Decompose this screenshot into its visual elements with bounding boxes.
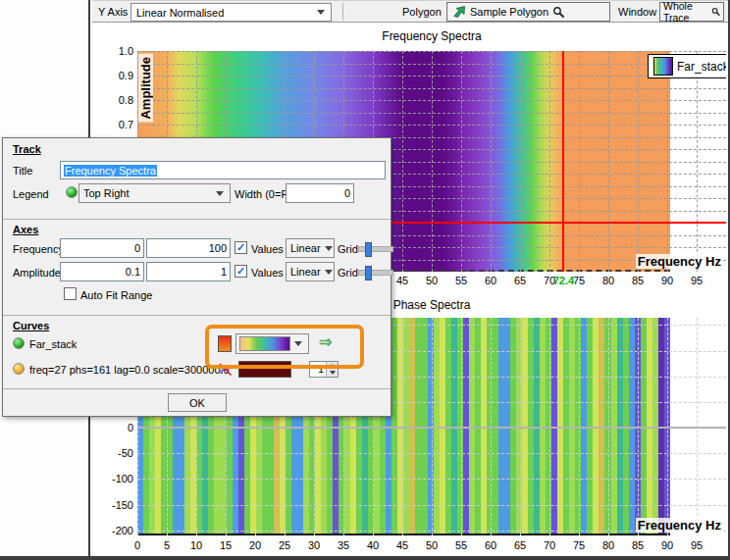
sample-polygon-label: Sample Polygon [470,6,548,18]
x-tick-label: 15 [220,539,232,551]
legend-enabled-indicator[interactable] [66,186,78,198]
apply-colormap-arrow-icon[interactable]: ⇒ [319,335,332,349]
curve1-label: Far_stack [29,338,77,350]
zero-phase-line [137,427,726,429]
chevron-down-icon [294,341,302,346]
colormap-legend-icon [653,57,673,76]
y-axis-value: Linear Normalised [131,7,313,19]
spin-down-icon[interactable] [327,370,338,378]
chevron-down-icon [216,191,224,196]
x-tick-label: 25 [279,539,290,551]
frequency-axis-label: Frequency Hz [636,254,723,269]
y-gridline [137,125,726,126]
frequency-max-value: 100 [209,242,227,254]
y-gridline [137,88,726,89]
y-gridline [137,505,726,506]
y-gridline [137,64,726,65]
x-tick-label: 75 [573,539,585,551]
polygon-label: Polygon [402,6,442,18]
amplitude-axis-row-label: Amplitude [13,267,61,279]
chevron-down-icon [325,246,333,251]
frequency-scale-value: Linear [287,242,321,254]
frequency-min-value: 0 [134,242,140,254]
toolbar-separator [342,3,343,21]
spin-up-icon[interactable] [327,362,338,370]
x-tick-label: 65 [514,275,526,286]
axes-section-header: Axes [13,224,38,235]
x-tick-label: 0 [134,539,140,551]
x-tick-label: 80 [602,539,614,551]
track-section-header: Track [13,143,41,155]
sample-polygon-button[interactable]: Sample Polygon [446,2,610,22]
frequency-values-checkbox[interactable]: ✓ [235,241,247,254]
no-line-style-icon[interactable] [218,361,234,378]
y-tick-label: -200 [112,525,133,536]
slider-handle[interactable] [365,242,372,257]
amplitude-scale-value: Linear [287,266,321,278]
ok-button[interactable]: OK [168,393,227,412]
track-properties-dialog: Track Title Frequency Spectra Legend Top… [2,137,391,417]
y-tick-label: -50 [118,447,133,459]
legend-position-select[interactable]: Top Right [78,183,231,203]
frequency-grid-label: Grid [338,243,358,255]
x-tick-label: 60 [485,275,496,286]
y-tick-label: 0 [128,422,133,433]
section-divider [3,315,391,316]
polygon-arrow-icon [452,5,466,19]
x-tick-label: 55 [455,275,467,286]
amplitude-scale-select[interactable]: Linear [286,262,335,281]
frequency-spectra-title: Frequency Spectra [137,29,726,43]
title-label: Title [13,165,32,177]
frequency-axis-label: Frequency Hz [636,518,723,533]
y-tick-label: 0.7 [119,119,133,130]
width-input[interactable]: 0 [286,183,354,203]
x-tick-label: 85 [632,275,644,286]
x-tick-label: 80 [602,275,614,286]
auto-fit-range-checkbox[interactable] [64,287,77,300]
amplitude-values-checkbox[interactable]: ✓ [235,265,247,278]
far-stack-legend: Far_stack [648,54,726,78]
whole-trace-button[interactable]: Whole Trace [659,2,724,22]
x-tick-label: 90 [661,539,673,551]
y-tick-label: 0.9 [119,70,133,81]
toolbar: Y Axis Linear Normalised Polygon Sample … [92,0,728,23]
amplitude-min-input[interactable]: 0.1 [60,262,144,281]
y-gridline [137,100,726,101]
frequency-values-label: Values [251,243,284,255]
cursor-frequency-readout: 72.4 [553,275,574,286]
colormap-preview [239,336,290,351]
chevron-down-icon [317,10,325,15]
title-input-value: Frequency Spectra [64,165,157,177]
curve2-enabled-indicator[interactable] [13,363,25,375]
y-tick-label: -100 [112,473,133,484]
x-tick-label: 20 [249,539,261,551]
frequency-scale-select[interactable]: Linear [286,238,335,258]
x-tick-label: 50 [426,539,438,551]
curve1-enabled-indicator[interactable] [13,337,25,349]
title-input[interactable]: Frequency Spectra [60,161,386,179]
width-input-value: 0 [344,187,350,199]
chevron-down-icon [325,270,333,275]
y-tick-label: 0.8 [119,94,133,106]
amplitude-max-input[interactable]: 1 [146,262,231,281]
x-tick-label: 40 [367,539,379,551]
line-width-value: 1 [310,362,326,377]
amplitude-min-value: 0.1 [126,266,140,278]
y-gridline [137,76,726,76]
curve2-line-color-button[interactable] [238,361,291,378]
x-tick-label: 55 [455,539,467,551]
curve1-fill-color-button[interactable] [218,335,232,352]
whole-trace-label: Whole Trace [663,0,709,24]
x-tick-label: 30 [308,539,320,551]
legend-label: Far_stack [677,60,726,74]
frequency-grid-slider[interactable] [358,246,393,252]
frequency-max-input[interactable]: 100 [146,238,231,258]
frequency-min-input[interactable]: 0 [60,238,144,258]
amplitude-max-value: 1 [221,266,227,278]
y-tick-label: -150 [112,499,133,511]
curve2-line-width-spinner[interactable]: 1 [309,361,339,378]
slider-handle[interactable] [365,266,372,280]
y-axis-select[interactable]: Linear Normalised [130,3,332,22]
amplitude-grid-slider[interactable] [358,270,393,276]
curve1-colormap-select[interactable] [235,333,309,354]
